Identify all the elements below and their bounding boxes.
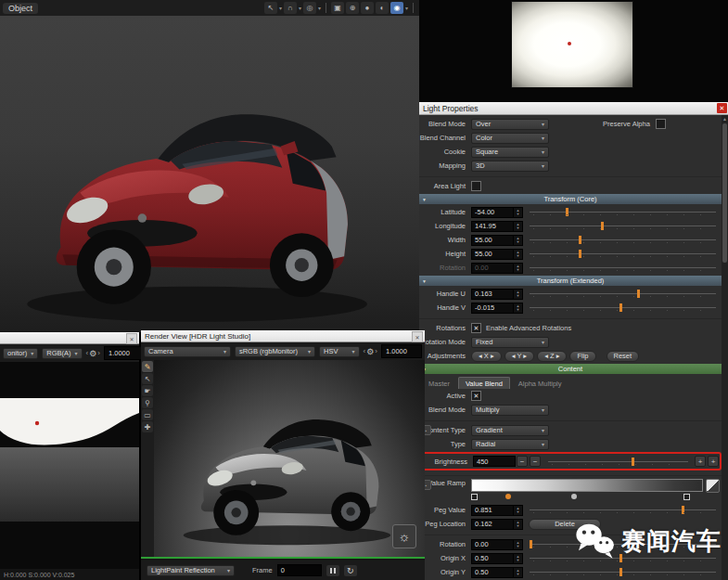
content_blend_mode-dropdown[interactable]: Multiply▾	[471, 405, 549, 416]
spinner-down-icon[interactable]: ▼	[517, 213, 520, 216]
panel-scrollbar[interactable]: ▲	[722, 115, 728, 580]
spinner-stepper[interactable]: ▲▼	[514, 221, 523, 232]
collapse-arrow-icon[interactable]: ▼	[422, 278, 427, 284]
gradient_type-dropdown[interactable]: Radial▾	[471, 439, 549, 450]
chevron-down-icon[interactable]: ▾	[405, 5, 408, 11]
origin_x-value-field[interactable]: 0.50	[471, 553, 514, 564]
brightness-slider[interactable]	[548, 457, 688, 467]
color-canvas[interactable]	[0, 362, 139, 569]
slider-marker[interactable]	[632, 458, 634, 466]
channel-dropdown[interactable]: RGB(A)▾	[42, 348, 82, 359]
tab-alpha-multiply[interactable]: Alpha Multiply	[512, 378, 568, 389]
scroll-up-icon[interactable]: ▲	[722, 115, 728, 122]
spinner-down-icon[interactable]: ▼	[517, 254, 520, 258]
spinner-stepper[interactable]: ▲▼	[514, 263, 523, 274]
value_ramp-gradient-strip[interactable]	[471, 479, 703, 492]
x-button[interactable]: ◂ X ▸	[471, 351, 502, 362]
ramp-interpolation-icon[interactable]	[706, 479, 720, 493]
height-value-field[interactable]: 55.00	[471, 249, 514, 260]
exposure-value-field[interactable]: 1.0000	[381, 344, 422, 358]
section-header-transform_extended[interactable]: ▼Transform (Extended)	[419, 276, 722, 286]
handle_u-slider[interactable]	[530, 289, 716, 299]
handle_u-value-field[interactable]: 0.163	[471, 289, 514, 300]
y-button[interactable]: ◂ Y ▸	[504, 351, 534, 362]
slider-marker[interactable]	[566, 208, 568, 216]
spinner-stepper[interactable]: ▲▼	[514, 505, 523, 516]
peg_location-value-field[interactable]: 0.162	[471, 519, 514, 530]
blend_channel-dropdown[interactable]: Color▾	[471, 133, 549, 144]
rotation_mode-dropdown[interactable]: Fixed▾	[471, 337, 549, 348]
render-pass-icon[interactable]: ▣	[331, 2, 344, 14]
spinner-down-icon[interactable]: ▼	[517, 294, 520, 298]
origin_y-value-field[interactable]: 0.50	[471, 567, 514, 578]
exposure-gear-icon[interactable]: ‹⚙›	[86, 349, 100, 358]
chevron-down-icon[interactable]: ▾	[318, 5, 321, 11]
spinner-stepper[interactable]: ▲▼	[514, 235, 523, 246]
longitude-slider[interactable]	[530, 221, 716, 231]
spinner-stepper[interactable]: ▲▼	[514, 249, 523, 260]
spinner-stepper[interactable]: ▲▼	[514, 207, 523, 218]
slider-marker[interactable]	[530, 540, 532, 548]
color-window-titlebar[interactable]: ✕	[0, 332, 139, 344]
snap-magnet-icon[interactable]: ∩	[284, 2, 297, 14]
tab-master[interactable]: Master	[422, 378, 456, 389]
sun-light-widget-button[interactable]: ☼	[392, 524, 416, 548]
object-menu[interactable]: Object	[3, 3, 38, 14]
frame-field[interactable]: 0	[277, 564, 322, 576]
camera-dropdown[interactable]: Camera▾	[144, 346, 231, 357]
height-slider[interactable]	[530, 249, 716, 259]
proportional-editing-icon[interactable]: ◎	[303, 2, 316, 14]
width-value-field[interactable]: 55.00	[471, 235, 514, 246]
spinner-stepper[interactable]: ▲▼	[514, 519, 523, 530]
slider-marker[interactable]	[619, 303, 622, 312]
spinner-down-icon[interactable]: ▼	[517, 524, 520, 528]
slider-marker[interactable]	[637, 290, 640, 298]
render-canvas[interactable]: ☼	[154, 360, 425, 558]
longitude-value-field[interactable]: 141.95	[471, 221, 514, 232]
zoom-magnifier-icon[interactable]: ⚲	[142, 397, 153, 408]
viewport-3d-red-car[interactable]	[0, 16, 419, 332]
close-icon[interactable]: ✕	[412, 331, 423, 342]
rotation_core-slider[interactable]	[530, 263, 716, 273]
channel-dropdown[interactable]: HSV▾	[319, 346, 360, 357]
flip-button[interactable]: Flip	[569, 351, 595, 362]
spinner-down-icon[interactable]: ▼	[517, 308, 520, 312]
handle_v-slider[interactable]	[530, 303, 716, 313]
peg_value-value-field[interactable]: 0.851	[471, 505, 514, 516]
tab-value-blend[interactable]: Value Blend	[458, 377, 510, 389]
render-view-titlebar[interactable]: Render View [HDR Light Studio] ✕	[141, 330, 425, 342]
peg-end-left[interactable]	[471, 494, 478, 500]
slider-marker[interactable]	[579, 250, 581, 258]
chevron-down-icon[interactable]: ▾	[279, 5, 282, 11]
latitude-slider[interactable]	[530, 207, 716, 217]
shading-rendered-icon[interactable]: ◉	[390, 2, 403, 14]
spinner-stepper[interactable]: ▲▼	[514, 539, 523, 550]
slider-marker[interactable]	[579, 236, 581, 244]
select-cursor-icon[interactable]: ↖	[142, 373, 153, 384]
spinner-stepper[interactable]: ▲▼	[514, 567, 523, 578]
z-button[interactable]: ◂ Z ▸	[537, 351, 567, 362]
brightness-value-field[interactable]: 450	[473, 456, 516, 467]
region-marquee-icon[interactable]: ▭	[142, 409, 153, 420]
value_ramp-peg-track[interactable]	[471, 492, 705, 500]
spinner-down-icon[interactable]: ▼	[517, 545, 520, 548]
increase-fine-button[interactable]: +	[695, 456, 706, 467]
peg-end-right[interactable]	[683, 494, 690, 500]
cookie-dropdown[interactable]: Square▾	[471, 147, 549, 158]
origin_y-slider[interactable]	[530, 567, 716, 577]
spinner-stepper[interactable]: ▲▼	[514, 553, 523, 564]
active-checkbox[interactable]: ✕	[471, 391, 481, 401]
preserve_alpha-checkbox[interactable]	[656, 119, 666, 129]
slider-marker[interactable]	[619, 568, 622, 576]
exposure-value-field[interactable]: 1.0000	[104, 346, 145, 360]
spinner-stepper[interactable]: ▲▼	[514, 289, 523, 300]
collapse-arrow-icon[interactable]: ▼	[422, 197, 427, 202]
peg_value-slider[interactable]	[530, 505, 716, 515]
area_light-checkbox[interactable]	[471, 181, 481, 191]
content_rotation-value-field[interactable]: 0.00	[471, 539, 514, 550]
slider-marker[interactable]	[601, 222, 604, 230]
blend_mode-dropdown[interactable]: Over▾	[471, 119, 549, 130]
shading-wireframe-icon[interactable]: ⊕	[346, 2, 359, 14]
exposure-gear-icon[interactable]: ‹⚙›	[364, 347, 377, 356]
increase-coarse-button[interactable]: +	[708, 456, 719, 467]
